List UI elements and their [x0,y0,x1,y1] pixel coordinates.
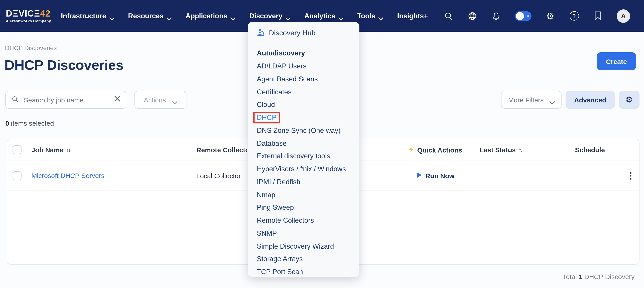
notifications-bell-icon[interactable] [491,11,501,21]
app: DΞVICΞ42 A Freshworks Company Infrastruc… [0,0,644,288]
table-settings-button[interactable]: ⚙ [619,91,640,109]
select-all-checkbox[interactable] [12,145,22,154]
create-button[interactable]: Create [597,52,636,70]
clear-search-icon[interactable] [114,96,120,104]
menu-item-database[interactable]: Database [248,137,360,150]
menu-item-external-discovery-tools[interactable]: External discovery tools [248,150,360,163]
menu-item-ad-ldap-users[interactable]: AD/LDAP Users [248,60,360,73]
chevron-down-icon [167,14,172,17]
menu-item-storage-arrays[interactable]: Storage Arrays [248,253,360,266]
main-nav: Infrastructure Resources Applications Di… [61,12,428,20]
help-icon[interactable]: ? [569,11,579,21]
search-input-container [6,91,126,109]
page-title: DHCP Discoveries [4,57,123,73]
menu-item-hypervisors-nix-windows[interactable]: HyperVisors / *nix / Windows [248,163,360,176]
settings-gear-icon[interactable]: ⚙ [546,11,555,21]
advanced-button[interactable]: Advanced [566,91,615,109]
chevron-down-icon [109,14,114,17]
theme-toggle[interactable]: ☀ [515,11,532,21]
menu-section-autodiscovery: Autodiscovery [248,47,360,60]
logo-42: 42 [40,8,51,18]
menu-item-remote-collectors[interactable]: Remote Collectors [248,214,360,227]
menu-item-certificates[interactable]: Certificates [248,86,360,99]
menu-item-dhcp[interactable]: DHCP [248,111,360,124]
autodiscovery-section: Autodiscovery AD/LDAP Users Agent Based … [248,46,360,278]
discovery-dropdown-menu: Discovery Hub Autodiscovery AD/LDAP User… [248,22,360,277]
toggle-knob [516,12,524,20]
sort-icon[interactable]: ↑↓ [518,147,522,153]
chevron-down-icon [286,14,290,17]
column-header-quick-actions: Quick Actions [408,146,462,154]
globe-icon[interactable] [468,11,477,21]
search-icon[interactable] [444,11,454,21]
menu-item-discovery-hub[interactable]: Discovery Hub [248,26,360,40]
chevron-down-icon [378,14,384,17]
menu-item-agent-based-scans[interactable]: Agent Based Scans [248,73,360,86]
chevron-down-icon [550,98,554,101]
column-header-schedule: Schedule [575,146,605,154]
play-icon [416,172,422,179]
microscope-icon [257,28,264,38]
row-checkbox[interactable] [12,171,22,180]
menu-item-tcp-port-scan[interactable]: TCP Port Scan [248,266,360,279]
sun-icon: ☀ [526,11,530,20]
actions-dropdown[interactable]: Actions [134,91,186,109]
nav-item-analytics[interactable]: Analytics [304,12,343,20]
chevron-down-icon [172,98,177,101]
run-now-button[interactable]: Run Now [416,172,454,179]
total-count-text: Total 1 DHCP Discovery [563,273,634,281]
menu-item-dns-zone-sync[interactable]: DNS Zone Sync (One way) [248,124,360,137]
nav-item-tools[interactable]: Tools [357,12,383,20]
nav-item-insights[interactable]: Insights+ [397,12,428,20]
menu-item-ipmi-redfish[interactable]: IPMI / Redfish [248,175,360,188]
device42-logo[interactable]: DΞVICΞ42 A Freshworks Company [6,9,51,23]
logo-tagline: A Freshworks Company [6,19,51,23]
search-input[interactable] [23,96,114,104]
menu-item-simple-discovery-wizard[interactable]: Simple Discovery Wizard [248,240,360,253]
more-filters-dropdown[interactable]: More Filters [501,91,562,109]
selected-count-text: 0 items selected [6,119,54,127]
column-header-job-name[interactable]: Job Name↑↓ [31,146,70,154]
chevron-down-icon [338,14,343,17]
menu-divider [256,43,353,43]
bookmark-icon[interactable] [593,11,603,21]
row-kebab-menu-icon[interactable] [628,170,633,181]
column-header-last-status[interactable]: Last Status↑↓ [480,146,522,154]
menu-item-ping-sweep[interactable]: Ping Sweep [248,201,360,214]
menu-item-nmap[interactable]: Nmap [248,188,360,201]
menu-item-snmp[interactable]: SNMP [248,227,360,240]
nav-item-applications[interactable]: Applications [186,12,235,20]
nav-item-discovery[interactable]: Discovery [249,12,290,20]
nav-item-resources[interactable]: Resources [128,12,172,20]
nav-item-infrastructure[interactable]: Infrastructure [61,12,114,20]
avatar[interactable]: A [617,9,630,22]
remote-collector-value: Local Collector [196,172,241,179]
sort-icon[interactable]: ↑↓ [66,147,70,153]
gear-icon: ⚙ [626,96,633,104]
breadcrumb[interactable]: DHCP Discoveries [5,44,57,51]
chevron-down-icon [230,14,235,17]
logo-wordmark: DΞVICΞ42 [6,9,51,18]
search-icon [11,95,19,104]
dhcp-annotation-box: DHCP [253,112,280,124]
job-name-link[interactable]: Microsoft DHCP Servers [31,172,104,180]
lightning-icon [408,147,414,154]
navbar-utilities: ☀ ⚙ ? A [444,9,630,22]
menu-item-cloud[interactable]: Cloud [248,98,360,111]
column-header-remote-collector: Remote Collector [196,146,252,154]
